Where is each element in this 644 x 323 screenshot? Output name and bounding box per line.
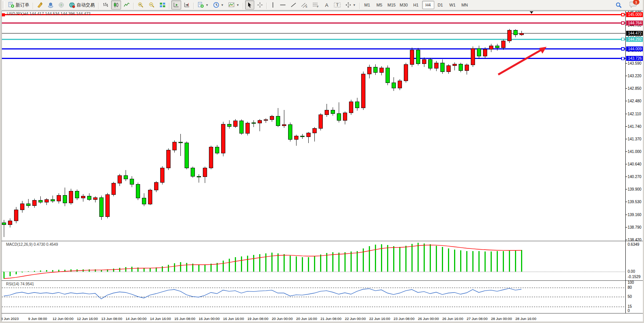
candle [239,121,243,133]
notifications-button[interactable]: 1 [628,0,640,10]
candle [355,102,359,108]
chart-candles-button[interactable] [111,0,121,10]
equidistant-channel-button[interactable]: E [299,0,310,10]
rsi-axis-label: 50 [628,294,632,299]
chevron-down-icon: ▼ [236,3,239,7]
new-order-button[interactable]: 新订单 [6,0,31,10]
horizontal-line-button[interactable] [278,0,288,10]
cursor-button[interactable] [245,0,254,10]
line-handle[interactable] [622,57,624,60]
candle [410,50,414,65]
periods-icon [213,2,219,8]
time-axis-label: 27 Jun 08:00 [467,317,488,321]
radar-button[interactable] [56,0,66,10]
timeframe-h4-button[interactable]: H4 [422,1,434,9]
candle [343,113,347,120]
auto-trading-button[interactable]: 自动交易 [67,0,97,10]
candle [276,116,280,126]
candle [45,200,48,202]
chart-bars-button[interactable] [100,0,110,10]
candlestick-chart[interactable]: 145.070144.700144.330143.960143.590143.2… [0,0,644,323]
arrows-button[interactable]: ▼ [343,0,358,10]
price-tick-label: 142.850 [628,86,642,91]
new-chart-button[interactable]: ▼ [196,0,210,10]
time-axis-label: 21 Jun 08:00 [320,317,341,321]
toolbar-separator [359,3,360,9]
zoom-in-button[interactable] [135,0,146,10]
text-label-button[interactable]: T [332,0,343,10]
profiles-icon [48,2,54,8]
chart-background [0,11,644,323]
svg-text:A: A [325,2,328,8]
line-handle[interactable] [622,13,624,16]
timeframe-w1-button[interactable]: W1 [446,1,459,9]
new-order-icon [8,2,14,8]
search-button[interactable] [614,0,624,10]
price-tick-label: 141.740 [628,124,642,129]
candle [398,81,402,88]
auto-scroll-button[interactable] [171,0,181,10]
candle [57,196,61,201]
candle [38,200,42,202]
vertical-line-icon [271,2,275,8]
time-axis-label: 28 Jun 00:00 [491,317,512,321]
search-icon [615,2,622,8]
crosshair-button[interactable] [255,0,265,10]
line-handle[interactable] [622,48,624,50]
shift-end-button[interactable] [182,0,192,10]
candle [69,191,73,203]
time-axis-label: 26 Jun 00:00 [418,317,439,321]
trendline-button[interactable] [289,0,298,10]
price-label-text: 144.009 [628,47,642,51]
timeframe-mn-button[interactable]: MN [459,1,471,9]
timeframe-d1-button[interactable]: D1 [434,1,446,9]
timeframe-m5-button[interactable]: M5 [373,1,386,9]
candle [416,50,420,64]
toolbar-grip [3,1,5,9]
candle [87,196,91,200]
timeframe-h1-button[interactable]: H1 [410,1,422,9]
time-axis-label: 16 Jun 16:00 [223,317,244,321]
trendline-icon [290,2,296,8]
timeframe-m30-button[interactable]: M30 [398,1,410,9]
macd-axis-zero: 0.00 [628,269,635,274]
price-label-text: 143.726 [628,56,642,60]
chart-line-button[interactable] [122,0,132,10]
price-tick-label: 138.790 [628,225,642,229]
price-tick-label: 141.370 [628,137,642,141]
profiles-button[interactable] [46,0,56,10]
timeframe-m1-button[interactable]: M1 [361,1,373,9]
equidistant-channel-icon: E [301,2,308,8]
candle [245,123,249,133]
chart-line-icon [124,2,130,8]
timeframe-m15-button[interactable]: M15 [386,1,398,9]
chart-bars-icon [102,2,108,8]
zoom-out-button[interactable] [147,0,157,10]
templates-button[interactable]: ▼ [226,0,241,10]
candle [118,176,121,183]
toolbar-separator [193,3,194,9]
notification-badge: 1 [633,0,639,5]
text-button[interactable]: A [322,0,331,10]
periods-button[interactable]: ▼ [211,0,226,10]
fibonacci-button[interactable]: F [311,0,321,10]
tile-windows-button[interactable] [158,0,167,10]
candle [337,113,341,120]
crosshair-icon [257,2,263,8]
time-axis-label: 13 Jun 08:00 [101,317,122,321]
price-tick-label: 142.110 [628,112,641,116]
line-handle[interactable] [622,22,624,24]
candle [136,185,140,198]
crayon-button[interactable] [35,0,45,10]
candle [252,123,255,123]
line-handle[interactable] [2,13,5,16]
cursor-icon [247,2,252,8]
candle [191,168,194,177]
line-handle[interactable] [622,38,624,41]
time-axis-label: 8 Jun 2023 [1,317,19,321]
vertical-line-button[interactable] [269,0,277,10]
candle [142,198,146,204]
candle [20,204,24,210]
candle [386,68,389,83]
chat-bubble-icon: 1 [630,1,638,9]
